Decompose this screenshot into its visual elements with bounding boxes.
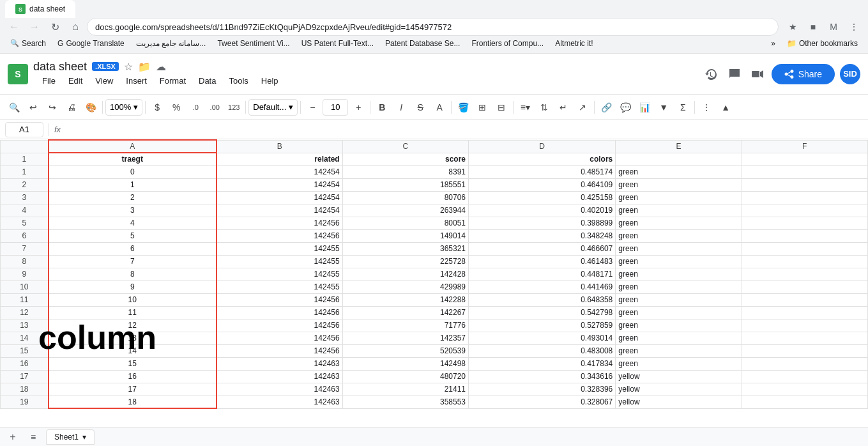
table-cell[interactable]: 8 [49,268,217,281]
table-cell[interactable]: 142463 [217,357,342,370]
table-cell[interactable]: 0.402019 [469,204,616,217]
cloud-icon[interactable]: ☁ [156,61,166,73]
table-cell[interactable]: green [616,255,742,268]
borders-button[interactable]: ⊞ [473,98,491,116]
table-cell[interactable]: 10 [49,293,217,306]
table-cell[interactable]: 142456 [217,306,342,319]
valign-button[interactable]: ⇅ [535,98,553,116]
doc-title[interactable]: data sheet [33,60,87,73]
menu-file[interactable]: File [36,73,62,88]
col-header-e[interactable]: E [616,140,742,153]
table-cell[interactable]: green [616,332,742,344]
table-cell[interactable]: 142456 [217,293,342,306]
bookmark-more[interactable]: » [766,38,780,49]
table-cell-empty[interactable] [742,306,867,319]
table-cell[interactable]: 358553 [342,396,468,408]
table-cell[interactable]: 149014 [342,229,468,242]
table-cell-empty[interactable] [742,383,867,396]
table-cell[interactable]: related [217,153,342,165]
table-cell-empty[interactable] [742,229,867,242]
bookmark-8[interactable]: Altmetric it! [550,38,598,49]
undo-button[interactable]: ↩ [24,98,42,116]
table-cell-empty[interactable] [742,344,867,357]
extension-button[interactable]: ■ [804,18,822,36]
table-cell[interactable]: 11 [49,306,217,319]
table-cell-empty[interactable] [742,332,867,344]
table-cell[interactable]: 15 [49,357,217,370]
table-cell[interactable]: 0.542798 [469,306,616,319]
table-cell[interactable]: 263944 [342,204,468,217]
undo-search-button[interactable]: 🔍 [5,98,23,116]
bookmark-translate[interactable]: G Google Translate [52,38,130,49]
home-button[interactable]: ⌂ [66,18,84,36]
formula-input[interactable] [66,125,863,134]
table-cell[interactable]: 13 [49,332,217,344]
table-cell[interactable]: 429989 [342,281,468,293]
table-cell[interactable]: 0 [49,165,217,178]
table-cell[interactable]: 80706 [342,191,468,204]
table-cell[interactable]: 142454 [217,191,342,204]
table-cell[interactable]: 520539 [342,344,468,357]
menu-format[interactable]: Format [153,73,192,88]
address-bar[interactable]: docs.google.com/spreadsheets/d/11Bnd97Zi… [87,18,779,36]
table-cell[interactable]: 142267 [342,306,468,319]
table-cell[interactable]: 0.466607 [469,242,616,255]
filter-button[interactable]: ▼ [655,98,673,116]
table-cell[interactable]: 17 [49,383,217,396]
table-cell[interactable]: 71776 [342,319,468,332]
bookmark-4[interactable]: Tweet Sentiment Vi... [212,38,294,49]
table-cell[interactable]: 0.464109 [469,178,616,191]
align-button[interactable]: ≡▾ [516,98,534,116]
bookmark-7[interactable]: Frontiers of Compu... [466,38,549,49]
table-cell[interactable]: 0.425158 [469,191,616,204]
col-header-c[interactable]: C [342,140,468,153]
bold-button[interactable]: B [373,98,391,116]
table-cell-empty[interactable] [742,153,867,165]
zoom-dropdown[interactable]: 100% ▾ [105,99,142,116]
table-cell[interactable]: 142455 [217,268,342,281]
table-cell-empty[interactable] [742,370,867,383]
print-button[interactable]: 🖨 [63,98,80,116]
table-cell[interactable]: green [616,191,742,204]
table-cell[interactable]: 12 [49,319,217,332]
table-cell[interactable]: 18 [49,396,217,408]
table-cell[interactable]: yellow [616,383,742,396]
strikethrough-button[interactable]: S [411,98,429,116]
table-cell[interactable]: green [616,293,742,306]
col-header-a[interactable]: A [49,140,217,153]
table-cell[interactable]: 2 [49,191,217,204]
menu-data[interactable]: Data [192,73,222,88]
profile-button[interactable]: M [825,18,842,36]
meet-button[interactable] [749,65,766,83]
sheet-menu-button[interactable]: ≡ [26,429,41,445]
table-cell[interactable]: 142428 [342,268,468,281]
table-cell[interactable]: 225728 [342,255,468,268]
fill-color-button[interactable]: 🪣 [454,98,472,116]
table-cell[interactable]: 6 [49,242,217,255]
comment-button[interactable]: 💬 [616,98,634,116]
currency-button[interactable]: $ [148,98,166,116]
table-cell[interactable]: yellow [616,370,742,383]
hide-toolbar-button[interactable]: ▲ [717,98,735,116]
table-cell[interactable]: 142455 [217,255,342,268]
table-cell-empty[interactable] [742,204,867,217]
increase-decimal-button[interactable]: .00 [206,98,224,116]
table-cell[interactable]: 185551 [342,178,468,191]
table-cell[interactable]: green [616,217,742,229]
table-cell[interactable]: 14 [49,344,217,357]
bookmark-6[interactable]: Patent Database Se... [380,38,465,49]
table-cell[interactable]: 16 [49,370,217,383]
table-cell[interactable]: 9 [49,281,217,293]
table-cell[interactable] [616,153,742,165]
table-cell[interactable]: 0.328396 [469,383,616,396]
bookmark-other[interactable]: 📁 Other bookmarks [782,38,863,49]
table-cell[interactable]: green [616,165,742,178]
redo-button[interactable]: ↪ [43,98,61,116]
table-cell[interactable]: 0.493014 [469,332,616,344]
table-cell[interactable]: 142456 [217,332,342,344]
table-cell[interactable]: green [616,319,742,332]
comments-button[interactable] [726,65,743,83]
table-cell[interactable]: 8391 [342,165,468,178]
rotate-button[interactable]: ↗ [574,98,591,116]
table-cell[interactable]: green [616,306,742,319]
